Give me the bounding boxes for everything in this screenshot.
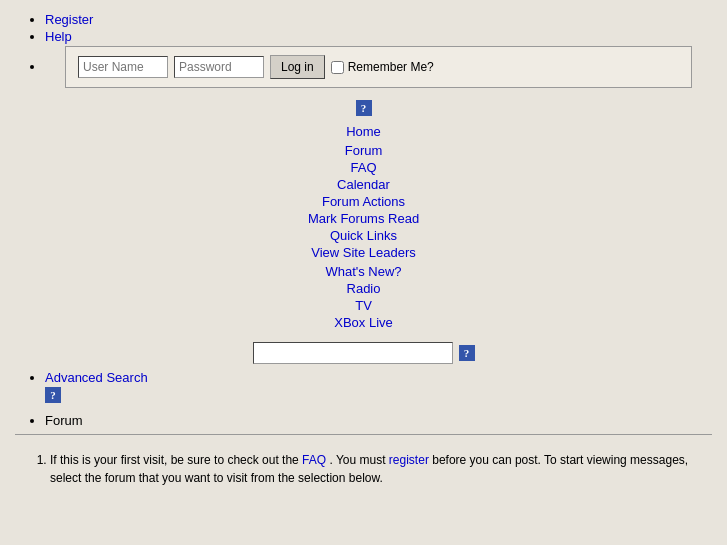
extra-nav-list: What's New? Radio TV XBox Live [15, 264, 712, 330]
info-text-2: . You must [329, 453, 385, 467]
info-text-1: If this is your first visit, be sure to … [50, 453, 299, 467]
password-input[interactable] [174, 56, 264, 78]
info-item: If this is your first visit, be sure to … [50, 451, 702, 487]
register-link[interactable]: Register [45, 12, 93, 27]
forum-help-icon[interactable]: ? [45, 387, 61, 403]
search-area: ? [15, 342, 712, 364]
radio-link[interactable]: Radio [347, 281, 381, 296]
top-links-list: Register Help Log in Remember Me? [15, 12, 712, 88]
forum-icon-item: ? [45, 387, 61, 402]
register-info-link[interactable]: register [389, 453, 429, 467]
calendar-link[interactable]: Calendar [337, 177, 390, 192]
view-site-leaders-item: View Site Leaders [15, 245, 712, 260]
username-input[interactable] [78, 56, 168, 78]
help-link[interactable]: Help [45, 29, 72, 44]
whats-new-nav: What's New? Radio TV XBox Live [15, 264, 712, 330]
forum-label-item: Forum [45, 413, 712, 428]
login-box: Log in Remember Me? [65, 46, 692, 88]
login-item: Log in Remember Me? [45, 46, 712, 88]
whats-new-link[interactable]: What's New? [325, 264, 401, 279]
remember-me-checkbox[interactable] [331, 61, 344, 74]
nav-help-icon[interactable]: ? [356, 100, 372, 116]
forum-label-list: Forum [15, 413, 712, 428]
tv-link[interactable]: TV [355, 298, 372, 313]
calendar-item: Calendar [15, 177, 712, 192]
advanced-search-list: Advanced Search [15, 370, 712, 385]
forum-nav-item: Forum [15, 143, 712, 158]
faq-item: FAQ [15, 160, 712, 175]
nav-home: Home [15, 124, 712, 139]
forum-link[interactable]: Forum [345, 143, 383, 158]
forum-actions-sub: Mark Forums Read [15, 211, 712, 226]
forum-bullet-list: ? [30, 387, 61, 403]
mark-forums-read-link[interactable]: Mark Forums Read [308, 211, 419, 226]
home-link[interactable]: Home [346, 124, 381, 139]
help-item: Help [45, 29, 712, 44]
quick-links-link[interactable]: Quick Links [330, 228, 397, 243]
advanced-search-link[interactable]: Advanced Search [45, 370, 148, 385]
forum-sub-list: FAQ Calendar Forum Actions Mark Forums R… [15, 160, 712, 260]
quick-links-sub: View Site Leaders [15, 245, 712, 260]
forum-actions-link[interactable]: Forum Actions [322, 194, 405, 209]
view-site-leaders-link[interactable]: View Site Leaders [311, 245, 416, 260]
forum-label: Forum [45, 413, 83, 428]
nav-forum-group: Forum FAQ Calendar Forum Actions Mark Fo… [15, 141, 712, 262]
forum-actions-item: Forum Actions Mark Forums Read [15, 194, 712, 226]
advanced-search-item: Advanced Search [45, 370, 712, 385]
register-item: Register [45, 12, 712, 27]
faq-info-link[interactable]: FAQ [302, 453, 326, 467]
quick-links-item: Quick Links View Site Leaders [15, 228, 712, 260]
forum-section: ? [15, 387, 712, 403]
info-list: If this is your first visit, be sure to … [25, 451, 702, 487]
search-help-icon[interactable]: ? [459, 345, 475, 361]
mark-forums-read-item: Mark Forums Read [15, 211, 712, 226]
faq-link[interactable]: FAQ [350, 160, 376, 175]
search-input[interactable] [253, 342, 453, 364]
divider [15, 434, 712, 435]
nav-section: ? Home Forum FAQ Calendar Forum Actions [15, 100, 712, 330]
info-section: If this is your first visit, be sure to … [15, 445, 712, 497]
login-button[interactable]: Log in [270, 55, 325, 79]
xbox-live-link[interactable]: XBox Live [334, 315, 393, 330]
remember-me-label: Remember Me? [331, 60, 434, 74]
